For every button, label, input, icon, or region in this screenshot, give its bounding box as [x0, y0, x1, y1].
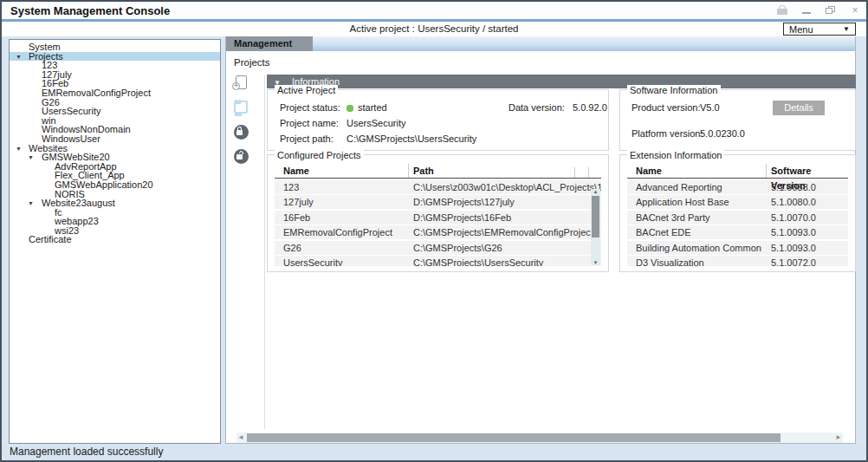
table-cell: 5.1.0072.0 — [766, 256, 848, 266]
horizontal-scrollbar[interactable]: ◄ ► — [236, 433, 843, 443]
configured-projects-table: NamePath123C:\Users\z003w01c\Desktop\ACL… — [275, 164, 601, 266]
table-cell: C:\Users\z003w01c\Desktop\ACL_Projects\1… — [408, 180, 601, 194]
table-cell: 5.1.0080.0 — [766, 195, 848, 209]
details-button[interactable]: Details — [773, 101, 825, 115]
table-row[interactable]: 16FebD:\GMSProjects\16Feb — [275, 211, 601, 224]
platform-version-label: Platform version: — [632, 128, 703, 139]
header-row: Active project : UsersSecurity / started… — [2, 22, 866, 36]
main-panel: Management Projects + ▼ Information Acti… — [225, 36, 856, 444]
column-header-name[interactable]: Name — [627, 164, 766, 178]
close-button[interactable]: × — [849, 5, 861, 16]
groupbox-title: Software Information — [627, 85, 721, 95]
tab-strip: Management — [226, 36, 855, 51]
column-header-software-version[interactable]: Software Version — [766, 164, 848, 178]
table-header: NameSoftware Version — [627, 164, 848, 179]
scrollbar-thumb[interactable] — [247, 433, 781, 442]
navigation-tree: System▼Projects123127july16FebEMRemovalC… — [9, 39, 221, 444]
active-project-groupbox: Active Project Project status: started P… — [267, 89, 609, 151]
tree-item-webapp23[interactable]: webapp23 — [10, 217, 220, 226]
tree-item-label: Website23august — [42, 198, 115, 208]
software-information-groupbox: Software Information Product version: V5… — [619, 89, 856, 151]
scroll-left-icon[interactable]: ◄ — [236, 433, 245, 443]
window-controls: × — [776, 5, 861, 16]
table-cell: UsersSecurity — [275, 256, 408, 266]
scroll-down-icon[interactable]: ▼ — [591, 260, 600, 265]
table-cell: 5.1.0093.0 — [766, 241, 848, 255]
table-cell: Building Automation Common — [627, 241, 766, 255]
table-cell: EMRemovalConfigProject — [275, 225, 408, 239]
table-row[interactable]: UsersSecurityC:\GMSProjects\UsersSecurit… — [275, 256, 601, 266]
save-button[interactable] — [232, 100, 251, 117]
table-row[interactable]: EMRemovalConfigProjectC:\GMSProjects\EMR… — [275, 225, 601, 239]
table-cell: Application Host Base — [627, 195, 766, 209]
title-bar: System Management Console × — [2, 2, 866, 19]
project-status-label: Project status: — [280, 102, 340, 113]
groupbox-title: Configured Projects — [275, 150, 364, 160]
groupbox-title: Active Project — [275, 85, 338, 95]
tree-item-fc[interactable]: fc — [10, 208, 220, 218]
tree-item-website23august[interactable]: ▼Website23august — [10, 198, 220, 208]
table-row[interactable]: 127julyD:\GMSProjects\127july — [275, 195, 601, 209]
table-cell: 127july — [275, 195, 408, 209]
table-row[interactable]: Application Host Base5.1.0080.0 — [627, 195, 848, 209]
column-separator — [574, 167, 575, 178]
section-label: Projects — [234, 57, 270, 68]
table-cell: D:\GMSProjects\127july — [408, 195, 601, 209]
table-cell: G26 — [275, 241, 408, 255]
table-vertical-scrollbar[interactable]: ▲ ▼ — [591, 189, 600, 265]
chevron-down-icon: ▼ — [843, 25, 850, 33]
platform-version-value: 5.0.0230.0 — [700, 128, 745, 139]
extension-information-groupbox: Extension Information NameSoftware Versi… — [619, 154, 856, 272]
groupbox-title: Extension Information — [627, 150, 724, 160]
data-version-label: Data version: — [508, 102, 565, 113]
table-cell: Advanced Reporting — [627, 180, 766, 194]
product-version-value: V5.0 — [700, 102, 720, 113]
menu-dropdown[interactable]: Menu ▼ — [783, 23, 856, 36]
unlock-project-button[interactable] — [232, 148, 251, 166]
new-project-button[interactable]: + — [232, 75, 251, 93]
column-separator — [588, 167, 589, 178]
table-cell: 123 — [275, 180, 408, 194]
table-cell: C:\GMSProjects\G26 — [408, 241, 601, 255]
tab-management[interactable]: Management — [226, 36, 313, 51]
table-cell: D3 Visualization — [627, 256, 766, 266]
scroll-up-icon[interactable]: ▲ — [591, 189, 600, 194]
configured-projects-groupbox: Configured Projects NamePath123C:\Users\… — [267, 154, 609, 272]
table-cell: D:\GMSProjects\16Feb — [408, 211, 601, 224]
active-project-status-text: Active project : UsersSecurity / started — [2, 23, 866, 34]
product-version-label: Product version: — [632, 102, 700, 113]
tree-item-gmswebapplication20[interactable]: GMSWebApplication20 — [10, 180, 220, 190]
table-row[interactable]: Advanced Reporting5.1.0088.0 — [627, 180, 848, 194]
table-row[interactable]: BACnet 3rd Party5.1.0070.0 — [627, 211, 848, 224]
table-cell: C:\GMSProjects\UsersSecurity — [408, 256, 601, 266]
project-path-label: Project path: — [280, 133, 334, 144]
table-cell: 16Feb — [275, 211, 408, 224]
table-cell: 5.1.0070.0 — [766, 211, 848, 224]
table-row[interactable]: Building Automation Common5.1.0093.0 — [627, 241, 848, 255]
scroll-right-icon[interactable]: ► — [834, 433, 843, 443]
table-cell: 5.1.0088.0 — [766, 180, 848, 194]
scrollbar-thumb[interactable] — [592, 196, 599, 238]
information-section-header: ▼ Information — [267, 75, 856, 88]
column-header-name[interactable]: Name — [275, 164, 408, 178]
tree-item-certificate[interactable]: Certificate — [10, 235, 220, 244]
table-cell: BACnet EDE — [627, 225, 766, 239]
table-row[interactable]: BACnet EDE5.1.0093.0 — [627, 225, 848, 239]
project-name-value: UsersSecurity — [347, 118, 405, 128]
table-row[interactable]: D3 Visualization5.1.0072.0 — [627, 256, 848, 266]
column-header-path[interactable]: Path — [408, 164, 601, 178]
table-row[interactable]: 123C:\Users\z003w01c\Desktop\ACL_Project… — [275, 180, 601, 194]
status-bar: Management loaded successfully — [2, 444, 866, 460]
table-cell: 5.1.0093.0 — [766, 225, 848, 239]
lock-icon — [776, 5, 788, 16]
lock-project-button[interactable] — [232, 124, 251, 141]
minimize-button[interactable] — [800, 5, 813, 16]
restore-button[interactable] — [825, 5, 837, 16]
project-path-value: C:\GMSProjects\UsersSecurity — [347, 133, 476, 144]
table-cell: C:\GMSProjects\EMRemovalConfigProject — [408, 225, 601, 239]
tree-item-label: Certificate — [29, 234, 72, 244]
table-cell: BACnet 3rd Party — [627, 211, 766, 224]
table-row[interactable]: G26C:\GMSProjects\G26 — [275, 241, 601, 255]
project-name-label: Project name: — [280, 118, 339, 128]
project-status-value: started — [358, 102, 387, 113]
